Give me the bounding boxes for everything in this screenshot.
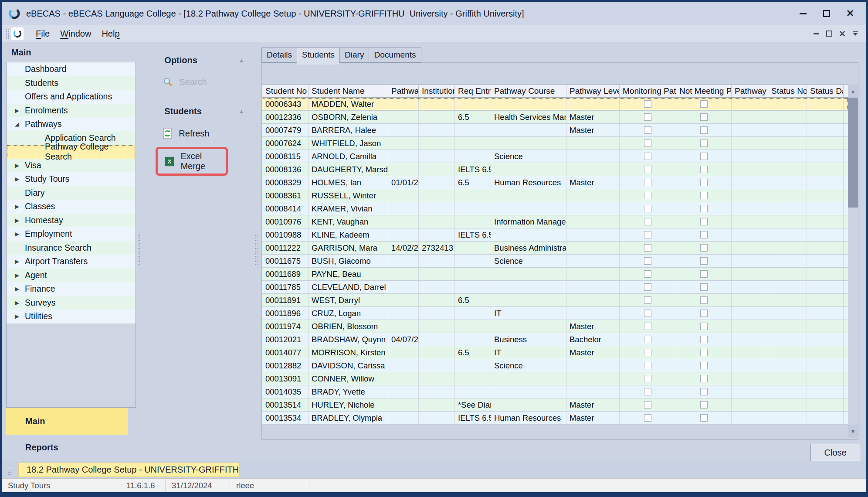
mdi-minimize-icon[interactable]: [810, 28, 823, 39]
taskbar-grip[interactable]: [8, 465, 11, 475]
cell-notmeeting[interactable]: [676, 111, 732, 123]
cell-notmeeting[interactable]: [676, 412, 732, 424]
cell-monitoring[interactable]: [620, 255, 676, 267]
search-action[interactable]: Search: [142, 77, 252, 87]
vertical-scrollbar[interactable]: ▲ ▼: [848, 85, 858, 438]
cell-monitoring[interactable]: [620, 268, 676, 280]
mdi-close-icon[interactable]: ✕: [836, 28, 849, 39]
sidebar-item-diary[interactable]: Diary: [7, 186, 136, 200]
cell-monitoring[interactable]: [620, 137, 676, 150]
cell-notmeeting[interactable]: [676, 372, 732, 385]
cell-monitoring[interactable]: [620, 124, 676, 136]
checkbox-unchecked[interactable]: [700, 140, 708, 147]
checkbox-unchecked[interactable]: [644, 166, 651, 173]
table-row[interactable]: 00008361RUSSELL, Winter: [262, 189, 848, 202]
collapsed-arrow-icon[interactable]: ▶: [13, 107, 21, 114]
collapsed-arrow-icon[interactable]: ▶: [13, 313, 21, 320]
column-header-sdate[interactable]: Status Dat: [807, 85, 844, 97]
column-header-pstatus[interactable]: Pathway Sta: [732, 85, 768, 97]
sidebar-item-offers-and-applications[interactable]: Offers and Applications: [7, 90, 136, 104]
checkbox-unchecked[interactable]: [700, 414, 708, 422]
collapse-arrow-icon[interactable]: ▲: [239, 108, 244, 115]
column-header-course[interactable]: Pathway Course: [491, 85, 566, 97]
table-row[interactable]: 00014077MORRISON, Kirsten6.5ITMaster: [262, 346, 848, 359]
collapsed-arrow-icon[interactable]: ▶: [13, 176, 21, 182]
cell-notmeeting[interactable]: [676, 359, 732, 372]
checkbox-unchecked[interactable]: [644, 296, 651, 304]
table-row[interactable]: 00011974OBRIEN, BlossomMaster: [262, 320, 848, 333]
column-header-pathway[interactable]: Pathway: [388, 85, 419, 97]
sidebar-item-enrolments[interactable]: ▶Enrolments: [7, 104, 136, 118]
students-section-header[interactable]: Students ▲: [142, 106, 252, 116]
sidebar-item-study-tours[interactable]: ▶Study Tours: [7, 172, 136, 186]
checkbox-unchecked[interactable]: [700, 218, 708, 225]
table-row[interactable]: 00008414KRAMER, Vivian: [262, 202, 848, 215]
sidebar-item-insurance-search[interactable]: Insurance Search: [7, 241, 136, 255]
cell-notmeeting[interactable]: [676, 242, 732, 254]
checkbox-unchecked[interactable]: [644, 100, 651, 108]
table-row[interactable]: 00011222GARRISON, Mara14/02/202732413Bus…: [262, 242, 848, 255]
checkbox-unchecked[interactable]: [700, 126, 708, 134]
tab-students[interactable]: Students: [297, 48, 339, 65]
cell-notmeeting[interactable]: [676, 228, 732, 241]
scrollbar-thumb[interactable]: [848, 98, 858, 208]
checkbox-unchecked[interactable]: [700, 166, 708, 173]
cell-monitoring[interactable]: [620, 242, 676, 254]
checkbox-unchecked[interactable]: [700, 283, 708, 291]
checkbox-unchecked[interactable]: [644, 257, 651, 265]
checkbox-unchecked[interactable]: [700, 375, 708, 382]
sidebar-item-students[interactable]: Students: [7, 76, 136, 90]
cell-notmeeting[interactable]: [676, 320, 732, 333]
column-header-req[interactable]: Req Entra: [455, 85, 491, 97]
sidebar-item-homestay[interactable]: ▶Homestay: [7, 214, 136, 228]
checkbox-unchecked[interactable]: [700, 401, 708, 408]
checkbox-unchecked[interactable]: [700, 323, 708, 330]
checkbox-unchecked[interactable]: [644, 388, 651, 395]
checkbox-unchecked[interactable]: [700, 362, 708, 369]
splitter-handle[interactable]: [252, 42, 259, 461]
table-row[interactable]: 00010976KENT, VaughanInformation Managem…: [262, 215, 848, 228]
checkbox-unchecked[interactable]: [644, 192, 651, 199]
sidebar-item-utilities[interactable]: ▶Utilities: [7, 310, 136, 323]
cell-monitoring[interactable]: [620, 333, 676, 346]
sidebar-main-button[interactable]: Main: [6, 408, 128, 435]
sidebar-item-employment[interactable]: ▶Employment: [7, 227, 136, 241]
close-icon[interactable]: ✕: [838, 5, 862, 22]
cell-monitoring[interactable]: [620, 150, 676, 163]
collapsed-arrow-icon[interactable]: ▶: [13, 217, 21, 224]
checkbox-unchecked[interactable]: [700, 296, 708, 304]
cell-notmeeting[interactable]: [676, 189, 732, 202]
mdi-menu-dropdown-icon[interactable]: [849, 28, 862, 39]
sidebar-reports-button[interactable]: Reports: [6, 435, 136, 453]
table-row[interactable]: 00006343MADDEN, Walter: [262, 98, 848, 111]
menu-help[interactable]: Help: [96, 27, 125, 40]
cell-monitoring[interactable]: [620, 372, 676, 385]
checkbox-unchecked[interactable]: [700, 310, 708, 317]
scroll-down-icon[interactable]: ▼: [848, 425, 858, 438]
checkbox-unchecked[interactable]: [700, 270, 708, 278]
cell-monitoring[interactable]: [620, 228, 676, 241]
close-button[interactable]: Close: [810, 444, 860, 461]
checkbox-unchecked[interactable]: [644, 179, 651, 186]
table-row[interactable]: 00013534BRADLEY, OlympiaIELTS 6.5Human R…: [262, 412, 848, 425]
table-row[interactable]: 00008115ARNOLD, CamillaScience: [262, 150, 848, 163]
checkbox-unchecked[interactable]: [700, 205, 708, 212]
collapsed-arrow-icon[interactable]: ▶: [13, 231, 21, 237]
checkbox-unchecked[interactable]: [644, 362, 651, 369]
sidebar-item-pathway-college-search[interactable]: Pathway College Search: [7, 145, 136, 159]
open-window-task-item[interactable]: 18.2 Pathway College Setup - UNIVERSITY-…: [18, 463, 240, 477]
checkbox-unchecked[interactable]: [700, 336, 708, 343]
checkbox-unchecked[interactable]: [644, 153, 651, 160]
checkbox-unchecked[interactable]: [700, 100, 708, 108]
table-row[interactable]: 00012021BRADSHAW, Quynn04/07/20BusinessB…: [262, 333, 848, 346]
column-header-notmeeting[interactable]: Not Meeting Path: [676, 85, 732, 97]
cell-notmeeting[interactable]: [676, 385, 732, 398]
toolbar-grip[interactable]: [5, 28, 9, 39]
table-row[interactable]: 00012882DAVIDSON, CarissaScience: [262, 359, 848, 372]
collapsed-arrow-icon[interactable]: ▶: [13, 258, 21, 265]
collapsed-arrow-icon[interactable]: ▶: [13, 272, 21, 279]
sidebar-item-finance[interactable]: ▶Finance: [7, 282, 136, 296]
column-header-snote[interactable]: Status Not: [768, 85, 807, 97]
column-header-inst[interactable]: Institution: [419, 85, 455, 97]
checkbox-unchecked[interactable]: [700, 244, 708, 252]
